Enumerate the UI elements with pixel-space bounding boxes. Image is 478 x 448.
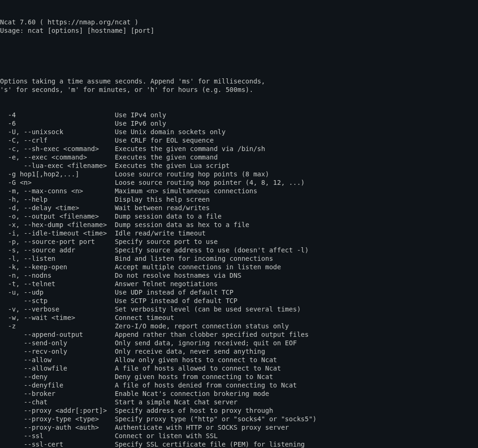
option-row: -v, --verbose Set verbosity level (can b… <box>0 305 478 313</box>
option-desc: A file of hosts denied from connecting t… <box>115 381 297 389</box>
option-desc: Use CRLF for EOL sequence <box>115 137 214 144</box>
option-row: --chat Start a simple Ncat chat server <box>0 398 478 406</box>
option-flag: -6 <box>0 120 115 127</box>
option-desc: Idle read/write timeout <box>115 229 206 237</box>
option-row: --lua-exec <filename> Executes the given… <box>0 161 478 170</box>
option-flag: --chat <box>0 398 115 406</box>
option-row: --send-only Only send data, ignoring rec… <box>0 339 478 347</box>
option-flag: -t, --telnet <box>0 280 115 288</box>
option-desc: Specify source port to use <box>115 238 217 245</box>
option-desc: Authenticate with HTTP or SOCKS proxy se… <box>115 424 289 431</box>
option-flag: -G <n> <box>0 179 115 186</box>
option-flag: --denyfile <box>0 381 115 389</box>
option-row: --denyfile A file of hosts denied from c… <box>0 381 478 389</box>
options-note-line: Options taking a time assume seconds. Ap… <box>0 77 478 85</box>
option-row: -w, --wait <time> Connect timeout <box>0 313 478 322</box>
option-flag: -s, --source addr <box>0 246 115 254</box>
option-flag: -U, --unixsock <box>0 128 115 136</box>
option-desc: Only send data, ignoring received; quit … <box>115 339 297 347</box>
option-flag: -g hop1[,hop2,...] <box>0 170 115 178</box>
option-desc: Executes the given command via /bin/sh <box>115 145 265 152</box>
option-row: --deny Deny given hosts from connecting … <box>0 372 478 381</box>
option-row: --allow Allow only given hosts to connec… <box>0 356 478 364</box>
option-desc: Set verbosity level (can be used several… <box>115 305 301 313</box>
option-flag: -l, --listen <box>0 255 115 262</box>
option-row: -t, --telnet Answer Telnet negotiations <box>0 280 478 288</box>
option-row: -p, --source-port port Specify source po… <box>0 237 478 246</box>
option-row: -g hop1[,hop2,...] Loose source routing … <box>0 170 478 178</box>
option-flag: --deny <box>0 373 115 380</box>
option-row: --append-output Append rather than clobb… <box>0 330 478 339</box>
option-row: -h, --help Display this help screen <box>0 195 478 204</box>
option-flag: --lua-exec <filename> <box>0 162 115 169</box>
option-row: --proxy <addr[:port]> Specify address of… <box>0 406 478 415</box>
option-row: -d, --delay <time> Wait between read/wri… <box>0 204 478 212</box>
option-flag: --proxy-type <type> <box>0 415 115 423</box>
option-flag: -v, --verbose <box>0 305 115 313</box>
ncat-usage-line: Usage: ncat [options] [hostname] [port] <box>0 26 478 35</box>
option-desc: Answer Telnet negotiations <box>115 280 217 288</box>
option-desc: Use UDP instead of default TCP <box>115 289 233 296</box>
option-row: -e, --exec <command> Executes the given … <box>0 153 478 161</box>
option-flag: --append-output <box>0 331 115 338</box>
option-row: -4 Use IPv4 only <box>0 111 478 119</box>
option-row: -C, --crlf Use CRLF for EOL sequence <box>0 136 478 144</box>
option-row: -o, --output <filename> Dump session dat… <box>0 212 478 220</box>
option-row: -U, --unixsock Use Unix domain sockets o… <box>0 128 478 136</box>
option-row: -k, --keep-open Accept multiple connecti… <box>0 263 478 271</box>
option-desc: Display this help screen <box>115 196 209 203</box>
option-flag: -w, --wait <time> <box>0 314 115 321</box>
option-desc: A file of hosts allowed to connect to Nc… <box>115 364 281 372</box>
option-desc: Specify SSL certificate file (PEM) for l… <box>115 440 305 448</box>
option-desc: Enable Ncat's connection brokering mode <box>115 390 269 397</box>
option-flag: --proxy <addr[:port]> <box>0 407 115 414</box>
option-flag: -e, --exec <command> <box>0 153 115 161</box>
option-row: -c, --sh-exec <command> Executes the giv… <box>0 144 478 153</box>
option-flag: -o, --output <filename> <box>0 213 115 220</box>
option-desc: Connect timeout <box>115 314 174 321</box>
option-row: -n, --nodns Do not resolve hostnames via… <box>0 271 478 280</box>
option-row: -x, --hex-dump <filename> Dump session d… <box>0 220 478 229</box>
option-desc: Bind and listen for incoming connections <box>115 255 273 262</box>
option-row: --ssl-cert Specify SSL certificate file … <box>0 440 478 448</box>
option-flag: -C, --crlf <box>0 137 115 144</box>
option-desc: Deny given hosts from connecting to Ncat <box>115 373 273 380</box>
option-desc: Executes the given command <box>115 153 217 161</box>
option-desc: Executes the given Lua script <box>115 162 229 169</box>
option-desc: Use IPv4 only <box>115 111 166 119</box>
option-flag: -4 <box>0 111 115 119</box>
option-row: --proxy-type <type> Specify proxy type (… <box>0 415 478 423</box>
blank-line <box>0 52 478 60</box>
option-flag: --broker <box>0 390 115 397</box>
option-row: -l, --listen Bind and listen for incomin… <box>0 254 478 263</box>
option-row: -G <n> Loose source routing hop pointer … <box>0 178 478 187</box>
ncat-version-line: Ncat 7.60 ( https://nmap.org/ncat ) <box>0 18 478 26</box>
option-desc: Loose source routing hop pointer (4, 8, … <box>115 179 305 186</box>
option-desc: Append rather than clobber specified out… <box>115 331 308 338</box>
option-desc: Dump session data to a file <box>115 213 222 220</box>
options-note-line: 's' for seconds, 'm' for minutes, or 'h'… <box>0 85 478 94</box>
option-desc: Only receive data, never send anything <box>115 348 265 355</box>
option-desc: Use Unix domain sockets only <box>115 128 225 136</box>
option-flag: -k, --keep-open <box>0 263 115 271</box>
option-flag: --send-only <box>0 339 115 347</box>
option-desc: Allow only given hosts to connect to Nca… <box>115 356 277 364</box>
options-note: Options taking a time assume seconds. Ap… <box>0 77 478 94</box>
option-row: --proxy-auth <auth> Authenticate with HT… <box>0 423 478 432</box>
option-flag: -n, --nodns <box>0 272 115 279</box>
option-flag: --allow <box>0 356 115 364</box>
option-row: -6 Use IPv6 only <box>0 119 478 128</box>
option-desc: Zero-I/O mode, report connection status … <box>115 322 289 330</box>
option-flag: -p, --source-port port <box>0 238 115 245</box>
option-row: --allowfile A file of hosts allowed to c… <box>0 364 478 372</box>
option-desc: Use IPv6 only <box>115 120 166 127</box>
option-desc: Wait between read/writes <box>115 204 209 212</box>
option-desc: Connect or listen with SSL <box>115 432 217 440</box>
option-row: -s, --source addr Specify source address… <box>0 246 478 254</box>
option-desc: Use SCTP instead of default TCP <box>115 297 237 304</box>
option-row: --recv-only Only receive data, never sen… <box>0 347 478 356</box>
option-desc: Loose source routing hop points (8 max) <box>115 170 269 178</box>
option-flag: -h, --help <box>0 196 115 203</box>
option-flag: -d, --delay <time> <box>0 204 115 212</box>
option-flag: --proxy-auth <auth> <box>0 424 115 431</box>
